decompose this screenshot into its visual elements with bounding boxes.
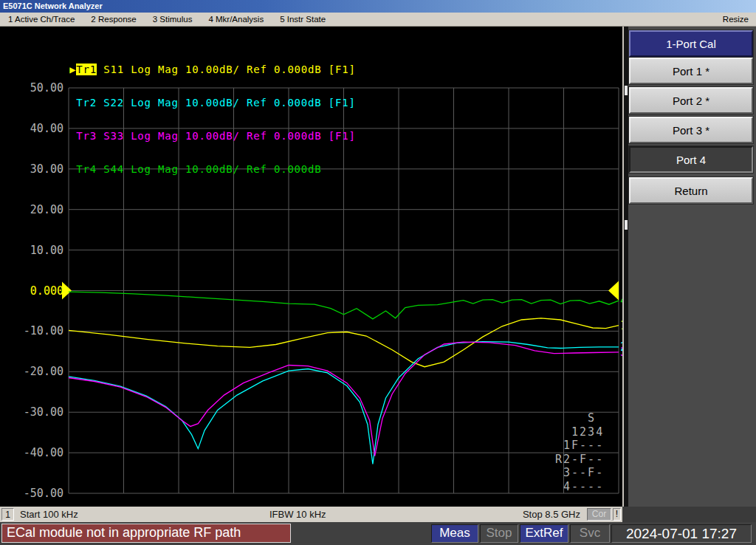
window-title-bar: E5071C Network Analyzer	[0, 0, 756, 13]
trace-params: S33 Log Mag 10.00dB/ Ref 0.000dB [F1]	[97, 130, 356, 142]
app-window: E5071C Network Analyzer 1 Active Ch/Trac…	[0, 0, 756, 545]
meas-status-badge: Meas	[431, 524, 478, 543]
arrow-spacer	[69, 97, 76, 109]
trace-info-tr4[interactable]: Tr4 S44 Log Mag 10.00dB/ Ref 0.000dB	[1, 153, 356, 164]
menu-item-instr-state[interactable]: 5 Instr State	[272, 15, 334, 24]
y-axis-label: -50.00	[24, 487, 63, 500]
softkey-return[interactable]: Return	[629, 177, 753, 204]
plot-region: 50.0040.0030.0020.0010.000.000-10.00-20.…	[0, 27, 622, 507]
stop-frequency-label: Stop 8.5 GHz	[523, 509, 580, 520]
softkey-header-1-port-cal: 1-Port Cal	[629, 30, 753, 57]
y-axis-label: -40.00	[24, 446, 63, 459]
ifbw-label: IFBW 10 kHz	[269, 509, 326, 520]
instrument-status-bar: ECal module not in appropriate RF path M…	[0, 522, 756, 545]
stop-status-badge: Stop	[480, 524, 518, 543]
y-axis-label: -10.00	[24, 324, 63, 337]
trace-info-block: ▶Tr1 S11 Log Mag 10.00dB/ Ref 0.000dB [F…	[1, 31, 356, 186]
channel-indicator: 1	[1, 508, 14, 521]
active-trace-arrow-icon: ▶	[69, 64, 76, 75]
trace-info-tr1[interactable]: ▶Tr1 S11 Log Mag 10.00dB/ Ref 0.000dB [F…	[1, 53, 356, 64]
correction-status-badge: Cor	[587, 508, 611, 521]
main-area: 50.0040.0030.0020.0010.000.000-10.00-20.…	[0, 27, 756, 507]
arrow-spacer	[69, 164, 76, 175]
softkey-port-1[interactable]: Port 1 *	[629, 58, 753, 84]
trace-name: Tr4	[76, 163, 97, 175]
datetime-display: 2024-07-01 17:27	[611, 524, 752, 543]
trace-params: S11 Log Mag 10.00dB/ Ref 0.000dB [F1]	[97, 64, 356, 75]
trace-info-tr2[interactable]: Tr2 S22 Log Mag 10.00dB/ Ref 0.000dB [F1…	[1, 86, 356, 97]
status-row-main: 1 Start 100 kHz IFBW 10 kHz Stop 8.5 GHz…	[0, 507, 622, 522]
trace-name: Tr2	[76, 97, 97, 109]
y-axis-label: -30.00	[24, 405, 63, 419]
scroll-notch-bottom	[625, 220, 628, 230]
trace-name: Tr1	[76, 64, 97, 75]
menu-bar: 1 Active Ch/Trace 2 Response 3 Stimulus …	[0, 13, 756, 27]
resize-button[interactable]: Resize	[715, 15, 756, 24]
status-row: 1 Start 100 kHz IFBW 10 kHz Stop 8.5 GHz…	[0, 507, 756, 522]
menu-item-mkr-analysis[interactable]: 4 Mkr/Analysis	[200, 15, 272, 24]
menu-item-active-ch-trace[interactable]: 1 Active Ch/Trace	[0, 15, 83, 24]
alert-badge[interactable]: !	[613, 508, 621, 521]
y-axis-label: 20.00	[30, 203, 63, 216]
softkey-sidebar: 1-Port Cal Port 1 * Port 2 * Port 3 * Po…	[624, 27, 756, 507]
scroll-notch-top	[625, 86, 628, 95]
arrow-spacer	[69, 131, 76, 142]
y-axis-label: 0.000	[30, 284, 63, 298]
y-axis-label: -20.00	[24, 365, 63, 378]
window-title: E5071C Network Analyzer	[3, 1, 103, 10]
start-frequency-label: Start 100 kHz	[20, 509, 78, 520]
extref-status-badge: ExtRef	[520, 524, 568, 543]
y-axis-label: 10.00	[30, 244, 63, 257]
trace-info-tr3[interactable]: Tr3 S33 Log Mag 10.00dB/ Ref 0.000dB [F1…	[1, 120, 356, 131]
menu-item-stimulus[interactable]: 3 Stimulus	[145, 15, 201, 24]
ecal-warning-message: ECal module not in appropriate RF path	[1, 524, 291, 543]
reference-marker-left-icon	[62, 282, 72, 300]
reference-marker-right-icon	[608, 281, 619, 301]
softkey-scroll-strip	[624, 27, 628, 507]
softkey-port-3[interactable]: Port 3 *	[629, 117, 753, 143]
s-parameter-matrix-legend: S 1234 1F--- R2-F-- 3--F- 4----	[555, 411, 604, 493]
trace-name: Tr3	[76, 130, 97, 142]
menu-item-response[interactable]: 2 Response	[83, 15, 144, 24]
trace-params: S44 Log Mag 10.00dB/ Ref 0.000dB	[97, 163, 322, 175]
svc-status-badge: Svc	[570, 524, 610, 543]
trace-params: S22 Log Mag 10.00dB/ Ref 0.000dB [F1]	[97, 97, 356, 109]
softkey-port-2[interactable]: Port 2 *	[629, 87, 753, 114]
softkey-port-4[interactable]: Port 4	[629, 146, 753, 173]
